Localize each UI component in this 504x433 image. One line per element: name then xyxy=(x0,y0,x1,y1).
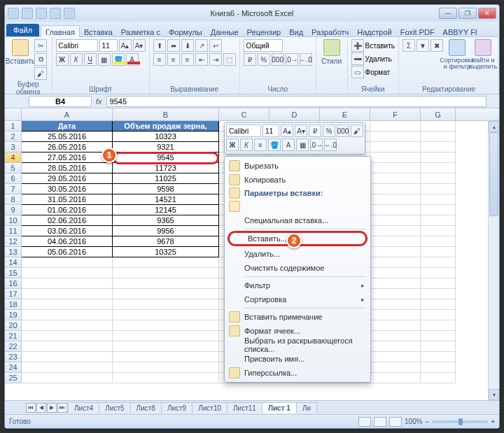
autosum-icon[interactable]: Σ xyxy=(402,39,415,52)
cell[interactable]: 9678 xyxy=(113,236,219,247)
row-header[interactable]: 22 xyxy=(5,341,22,352)
cell[interactable]: 25.05.2016 xyxy=(22,132,113,142)
cell[interactable] xyxy=(113,362,219,373)
cell[interactable] xyxy=(421,132,456,142)
view-pagebreak-icon[interactable] xyxy=(389,417,402,427)
ctx-hyperlink[interactable]: Гиперссылка... xyxy=(226,366,369,380)
cell[interactable] xyxy=(22,278,113,289)
cut-icon[interactable]: ✂ xyxy=(34,39,47,52)
cell[interactable]: 11025 xyxy=(113,173,219,184)
ctx-cut[interactable]: Вырезать xyxy=(226,159,369,173)
cell[interactable] xyxy=(370,352,421,362)
cell[interactable] xyxy=(370,362,421,373)
row-header[interactable]: 6 xyxy=(5,173,22,184)
row-header[interactable]: 21 xyxy=(5,331,22,341)
cell[interactable]: 9321 xyxy=(113,142,219,152)
cell[interactable] xyxy=(421,352,456,362)
cell[interactable]: 28.05.2016 xyxy=(22,163,113,173)
column-header[interactable]: E xyxy=(320,108,370,120)
row-header[interactable]: 16 xyxy=(5,278,22,289)
ctx-insert-comment[interactable]: Вставить примечание xyxy=(226,310,369,324)
cell[interactable] xyxy=(421,299,456,310)
cell[interactable] xyxy=(113,310,219,320)
sheet-tab[interactable]: Лист11 xyxy=(227,402,262,413)
mini-shrink-font-icon[interactable]: A▾ xyxy=(295,125,307,137)
view-normal-icon[interactable] xyxy=(358,417,371,427)
row-header[interactable]: 3 xyxy=(5,142,22,152)
vertical-scrollbar[interactable]: ▴ ▾ xyxy=(488,121,499,400)
cell[interactable] xyxy=(370,341,421,352)
cell[interactable] xyxy=(370,184,421,194)
cell[interactable] xyxy=(370,236,421,247)
fill-color-icon[interactable]: 🪣 xyxy=(112,53,125,66)
cell[interactable] xyxy=(370,320,421,331)
qat-undo-icon[interactable] xyxy=(36,8,47,19)
mini-size-combo[interactable]: 11 xyxy=(262,125,279,137)
qat-redo-icon[interactable] xyxy=(50,8,61,19)
wrap-text-icon[interactable]: ↩ xyxy=(209,39,222,52)
row-header[interactable]: 18 xyxy=(5,299,22,310)
ctx-pick-from-list[interactable]: Выбрать из раскрывающегося списка... xyxy=(226,338,369,352)
mini-italic-button[interactable]: К xyxy=(240,139,253,151)
copy-icon[interactable]: ⧉ xyxy=(34,53,47,66)
cell[interactable] xyxy=(421,205,456,215)
cell[interactable] xyxy=(22,268,113,278)
cell[interactable]: 31.05.2016 xyxy=(22,194,113,205)
cell[interactable] xyxy=(22,320,113,331)
row-header[interactable]: 13 xyxy=(5,247,22,257)
mini-bold-button[interactable]: Ж xyxy=(226,139,239,151)
cell[interactable] xyxy=(370,247,421,257)
row-header[interactable]: 2 xyxy=(5,132,22,142)
sheet-tab[interactable]: Лист 1 xyxy=(262,402,297,413)
column-header[interactable]: A xyxy=(22,108,113,120)
ctx-define-name[interactable]: Присвоить имя... xyxy=(226,352,369,366)
cell[interactable] xyxy=(421,226,456,236)
borders-icon[interactable]: ▦ xyxy=(98,53,111,66)
cell[interactable] xyxy=(22,257,113,268)
cell[interactable]: 27.05.2016 xyxy=(22,152,113,163)
cell[interactable]: 10323 xyxy=(113,132,219,142)
align-right-icon[interactable]: ≡ xyxy=(181,53,194,66)
row-header[interactable]: 11 xyxy=(5,226,22,236)
fx-icon[interactable]: fx xyxy=(96,97,102,106)
cell[interactable]: Дата xyxy=(22,121,113,132)
grow-font-icon[interactable]: A▴ xyxy=(119,39,132,52)
close-button[interactable]: ✕ xyxy=(478,8,496,19)
mini-percent-icon[interactable]: % xyxy=(323,125,335,137)
mini-align-icon[interactable]: ≡ xyxy=(254,139,267,151)
align-bottom-icon[interactable]: ⬇ xyxy=(181,39,194,52)
cell[interactable] xyxy=(370,121,421,132)
column-header[interactable]: B xyxy=(113,108,219,120)
row-header[interactable]: 4 xyxy=(5,152,22,163)
ctx-paste-option[interactable] xyxy=(226,199,369,213)
cell[interactable] xyxy=(113,373,219,383)
formula-input[interactable]: 9545 xyxy=(106,96,486,107)
cell[interactable] xyxy=(22,362,113,373)
qat-more-icon[interactable] xyxy=(64,8,75,19)
mini-font-color-icon[interactable]: A xyxy=(282,139,295,151)
mini-comma-icon[interactable]: 000 xyxy=(337,125,349,137)
cell[interactable]: 11723 xyxy=(113,163,219,173)
cell[interactable] xyxy=(421,163,456,173)
cell[interactable]: 26.05.2016 xyxy=(22,142,113,152)
scroll-up-icon[interactable]: ▴ xyxy=(489,121,499,132)
cell[interactable] xyxy=(370,299,421,310)
mini-inc-dec-icon[interactable]: .0→ xyxy=(310,139,323,151)
row-header[interactable]: 5 xyxy=(5,163,22,173)
cell[interactable] xyxy=(421,236,456,247)
cell[interactable]: 12145 xyxy=(113,205,219,215)
mini-grow-font-icon[interactable]: A▴ xyxy=(281,125,293,137)
cell[interactable] xyxy=(370,257,421,268)
minimize-button[interactable]: — xyxy=(439,8,457,19)
ctx-clear[interactable]: Очистить содержимое xyxy=(226,261,369,275)
scroll-thumb[interactable] xyxy=(489,132,498,216)
row-header[interactable]: 10 xyxy=(5,215,22,226)
styles-button[interactable]: Стили xyxy=(320,39,344,65)
mini-border-icon[interactable]: ▦ xyxy=(296,139,309,151)
sheet-tab[interactable]: Лист9 xyxy=(161,402,192,413)
cell[interactable] xyxy=(370,142,421,152)
zoom-slider[interactable] xyxy=(432,420,488,423)
cell[interactable] xyxy=(421,373,456,383)
cell[interactable] xyxy=(370,132,421,142)
dec-decimal-icon[interactable]: ←.0 xyxy=(300,53,312,66)
